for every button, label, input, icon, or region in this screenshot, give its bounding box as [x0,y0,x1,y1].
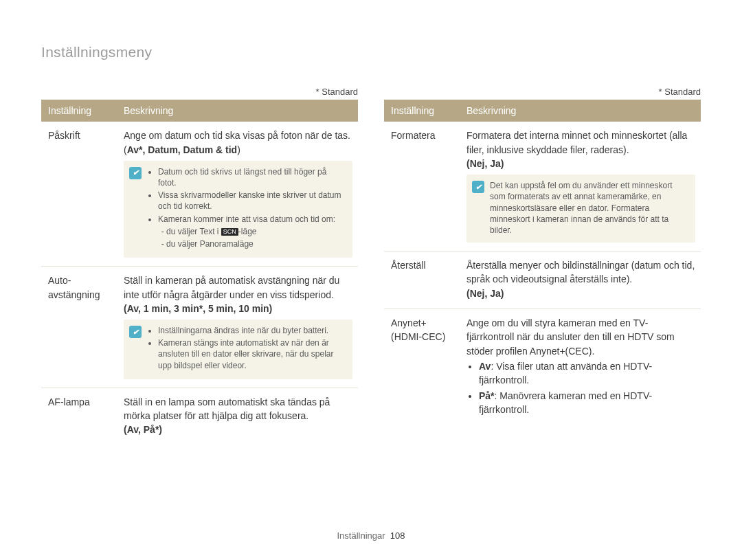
row-label: Anynet+ (HDMI-CEC) [384,309,460,427]
note-body: Datum och tid skrivs ut längst ned till … [147,166,346,251]
left-column: * Standard Inställning Beskrivning Påskr… [41,87,358,445]
note-box: ✔ Datum och tid skrivs ut längst ned til… [124,161,352,258]
page-footer: Inställningar 108 [0,530,742,541]
close-paren: ) [237,144,240,155]
intro-text: Ställ in en lampa som automatiskt ska tä… [124,395,352,423]
options-text: (Av, På*) [124,423,352,436]
row-description: Ange om datum och tid ska visas på foton… [117,122,358,266]
th-description: Beskrivning [460,100,701,122]
note-item: Kameran stängs inte automatiskt av när d… [158,337,346,371]
settings-table-left: Inställning Beskrivning Påskrift Ange om… [41,100,358,445]
page-title: Inställningsmeny [41,44,701,60]
bullet-text: : Visa filer utan att använda en HDTV-fj… [479,361,652,385]
intro-text: Återställa menyer och bildinställningar … [466,258,695,287]
row-description: Ange om du vill styra kameran med en TV-… [460,309,701,427]
bullet-opt: På* [479,390,495,401]
note-item: Datum och tid skrivs ut längst ned till … [158,166,346,188]
bullet-text: : Manövrera kameran med en HDTV-fjärrkon… [479,390,652,415]
table-row: AF-lampa Ställ in en lampa som automatis… [41,388,358,445]
th-description: Beskrivning [117,100,358,122]
row-description: Återställa menyer och bildinställningar … [460,251,701,309]
options-text: (Nej, Ja) [466,287,695,300]
row-label: Påskrift [41,122,117,266]
standard-note-left: * Standard [41,87,358,97]
content-columns: * Standard Inställning Beskrivning Påskr… [41,87,701,445]
table-row: Påskrift Ange om datum och tid ska visas… [41,122,358,266]
scn-mode-icon: SCN [221,228,238,236]
settings-table-right: Inställning Beskrivning Formatera Format… [384,100,701,426]
note-icon: ✔ [129,326,142,338]
note-box: ✔ Det kan uppstå fel om du använder ett … [466,175,695,243]
footer-page-number: 108 [390,530,405,541]
note-item: Inställningarna ändras inte när du byter… [158,325,346,336]
note-body: Inställningarna ändras inte när du byter… [147,325,346,372]
th-setting: Inställning [41,100,117,122]
note-item: Vissa skrivarmodeller kanske inte skrive… [158,190,346,212]
row-label: Auto-avstängning [41,267,117,388]
row-label: Formatera [384,122,460,251]
note-icon: ✔ [129,167,142,179]
row-description: Ställ in en lampa som automatiskt ska tä… [117,388,358,445]
table-row: Anynet+ (HDMI-CEC) Ange om du vill styra… [384,309,701,427]
row-label: AF-lampa [41,388,117,445]
note-item-text: Kameran kommer inte att visa datum och t… [158,214,335,224]
footer-section: Inställningar [337,530,385,541]
intro-text: Ställ in kameran på automatisk avstängni… [124,273,352,302]
standard-note-right: * Standard [384,87,701,97]
note-item: Kameran kommer inte att visa datum och t… [158,214,346,250]
row-description: Formatera det interna minnet och minnesk… [460,122,701,251]
th-setting: Inställning [384,100,460,122]
table-row: Återställ Återställa menyer och bildinst… [384,251,701,309]
intro-text: Ange om du vill styra kameran med en TV-… [466,316,695,358]
row-label: Återställ [384,251,460,309]
note-subitem: du väljer Panoramaläge [166,238,346,249]
options-text: (Nej, Ja) [466,157,695,170]
note-icon: ✔ [472,181,484,193]
options-text: Av*, Datum, Datum & tid [127,144,238,155]
bullet-opt: Av [479,361,491,372]
table-row: Auto-avstängning Ställ in kameran på aut… [41,267,358,388]
intro-text: Formatera det interna minnet och minnesk… [466,128,695,157]
note-box: ✔ Inställningarna ändras inte när du byt… [124,320,352,379]
note-subitem: du väljer Text i SCN-läge [166,226,346,237]
row-description: Ställ in kameran på automatisk avstängni… [117,267,358,388]
options-text: (Av, 1 min, 3 min*, 5 min, 10 min) [124,302,352,315]
note-body: Det kan uppstå fel om du använder ett mi… [490,180,688,236]
right-column: * Standard Inställning Beskrivning Forma… [384,87,701,445]
table-row: Formatera Formatera det interna minnet o… [384,122,701,251]
note-subitem-suffix: -läge [238,227,257,236]
bullet-item: Av: Visa filer utan att använda en HDTV-… [479,359,695,388]
bullet-item: På*: Manövrera kameran med en HDTV-fjärr… [479,389,695,417]
note-subitem-text: du väljer Text i [166,227,221,236]
